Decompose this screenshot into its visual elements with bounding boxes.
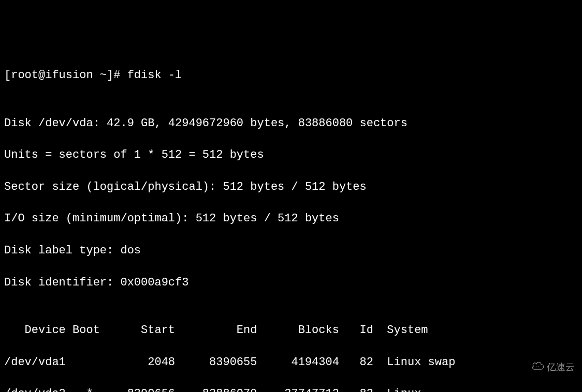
disk1-label-type: Disk label type: dos <box>4 243 578 259</box>
disk1-partition-row: /dev/vda2 * 8390656 83886079 37747712 83… <box>4 386 578 392</box>
disk1-table-header: Device Boot Start End Blocks Id System <box>4 323 578 339</box>
svg-point-1 <box>538 366 539 367</box>
disk1-io-size: I/O size (minimum/optimal): 512 bytes / … <box>4 211 578 227</box>
svg-point-0 <box>536 366 537 367</box>
disk1-sector-size: Sector size (logical/physical): 512 byte… <box>4 179 578 195</box>
disk1-identifier: Disk identifier: 0x000a9cf3 <box>4 275 578 291</box>
disk1-header: Disk /dev/vda: 42.9 GB, 42949672960 byte… <box>4 116 578 132</box>
terminal-prompt-command: [root@ifusion ~]# fdisk -l <box>4 68 578 84</box>
cloud-icon <box>520 348 545 387</box>
watermark-text: 亿速云 <box>547 361 575 374</box>
disk1-units: Units = sectors of 1 * 512 = 512 bytes <box>4 147 578 163</box>
watermark: 亿速云 <box>520 348 575 387</box>
disk1-partition-row: /dev/vda1 2048 8390655 4194304 82 Linux … <box>4 355 578 371</box>
